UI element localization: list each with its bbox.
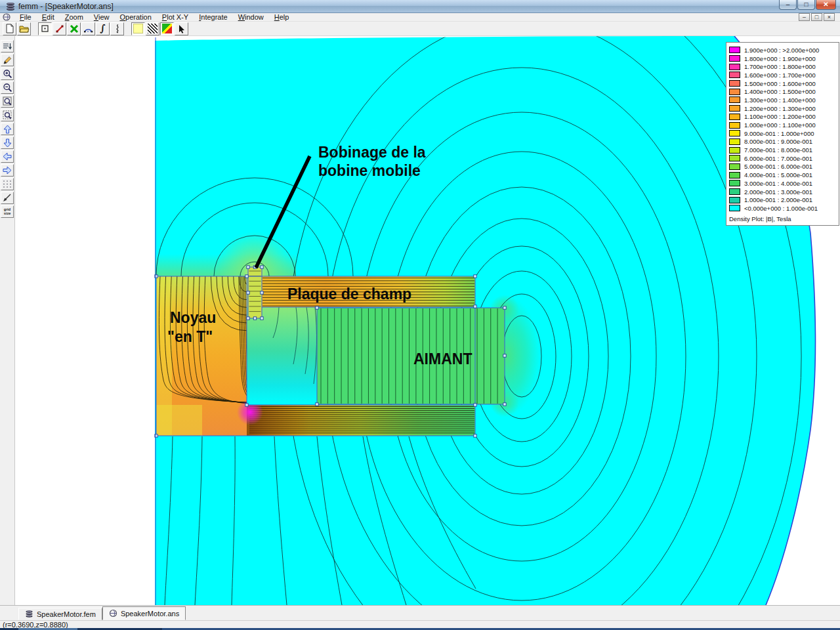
mdi-minimize-button[interactable]: – bbox=[799, 13, 810, 21]
annotation-core-2: "en T" bbox=[167, 328, 213, 345]
field-plot[interactable]: Bobinage de la bobine mobile Plaque de c… bbox=[15, 36, 840, 605]
green-cross-icon bbox=[70, 24, 79, 33]
coil-region bbox=[248, 267, 262, 318]
legend-entry: 7.000e-001 : 8.000e-001 bbox=[729, 146, 839, 154]
zoom-out-icon bbox=[3, 83, 12, 93]
grid-dots-icon bbox=[3, 180, 12, 188]
pointer-button[interactable] bbox=[175, 22, 188, 35]
left-arrow-icon bbox=[3, 152, 12, 161]
maximize-button[interactable]: □ bbox=[797, 0, 815, 10]
legend-entry: 1.000e-001 : 2.000e-001 bbox=[729, 196, 839, 204]
fem-file-icon bbox=[25, 610, 33, 618]
legend-entry: 1.000e+000 : 1.100e+000 bbox=[729, 121, 839, 129]
edit-plot-button[interactable] bbox=[1, 54, 14, 66]
legend-swatch bbox=[729, 105, 740, 112]
legend-swatch bbox=[729, 138, 740, 145]
open-folder-icon bbox=[19, 24, 30, 33]
spring-icon bbox=[5, 1, 16, 12]
pointer-arrow-icon bbox=[177, 24, 186, 33]
legend-entry: 5.000e-001 : 6.000e-001 bbox=[729, 163, 839, 171]
fan-doc-icon bbox=[2, 13, 11, 21]
menu-operation[interactable]: Operation bbox=[115, 13, 157, 22]
legend-swatch bbox=[729, 122, 740, 129]
zoom-window-icon bbox=[3, 96, 12, 106]
menu-help[interactable]: Help bbox=[269, 13, 295, 22]
grid-size-label-2: size bbox=[4, 211, 10, 215]
snap-grid-button[interactable] bbox=[1, 192, 14, 204]
close-button[interactable]: ✕ bbox=[816, 0, 836, 10]
legend-swatch bbox=[729, 55, 740, 62]
legend-swatch bbox=[729, 163, 740, 170]
menu-file[interactable]: File bbox=[14, 13, 37, 22]
legend-caption: Density Plot: |B|, Tesla bbox=[729, 215, 839, 222]
tab-speakermotor-fem[interactable]: SpeakerMotor.fem bbox=[18, 608, 102, 620]
legend-entry: 1.200e+000 : 1.300e+000 bbox=[729, 104, 839, 113]
legend-swatch bbox=[729, 205, 740, 211]
down-arrow-icon bbox=[3, 138, 12, 148]
squiggle-icon bbox=[114, 24, 121, 33]
results-apply-button[interactable] bbox=[1, 40, 14, 52]
contour-plot-button[interactable] bbox=[131, 22, 145, 35]
legend-entry: 2.000e-001 : 3.000e-001 bbox=[729, 188, 839, 196]
list-apply-icon bbox=[3, 42, 12, 51]
menu-zoom[interactable]: Zoom bbox=[60, 13, 89, 22]
pan-up-button[interactable] bbox=[1, 123, 14, 135]
legend-entry: <0.000e+000 : 1.000e-001 bbox=[729, 204, 839, 213]
pan-left-button[interactable] bbox=[1, 150, 14, 163]
up-arrow-icon bbox=[3, 125, 12, 134]
legend-swatch bbox=[729, 197, 740, 203]
tab-speakermotor-ans[interactable]: SpeakerMotor.ans bbox=[102, 606, 186, 620]
legend-swatch bbox=[729, 188, 740, 195]
menu-integrate[interactable]: Integrate bbox=[194, 13, 232, 22]
plot-canvas[interactable]: Bobinage de la bobine mobile Plaque de c… bbox=[14, 36, 840, 605]
title-bar: femm - [SpeakerMotor.ans] – □ ✕ bbox=[0, 0, 840, 13]
contour-plot-icon bbox=[133, 24, 143, 33]
zoom-out-button[interactable] bbox=[1, 81, 14, 94]
legend-entry: 6.000e-001 : 7.000e-001 bbox=[729, 154, 839, 163]
line-contour-mode-button[interactable] bbox=[52, 22, 66, 35]
point-values-mode-button[interactable] bbox=[38, 22, 52, 35]
point-tool-icon bbox=[41, 24, 49, 33]
vector-plot-button[interactable] bbox=[110, 22, 124, 35]
arc-segment-button[interactable] bbox=[81, 22, 95, 35]
mdi-restore-button[interactable]: □ bbox=[811, 13, 822, 21]
line-integral-button[interactable]: ∫ bbox=[96, 22, 110, 35]
legend-swatch bbox=[729, 72, 740, 78]
zoom-window-button[interactable] bbox=[1, 95, 14, 108]
grid-size-button[interactable]: gridsize bbox=[1, 205, 14, 218]
legend-swatch bbox=[729, 64, 740, 70]
annotation-core-1: Noyau bbox=[170, 309, 216, 326]
grid-toggle-button[interactable] bbox=[1, 178, 14, 190]
femm-app-icon[interactable] bbox=[5, 1, 16, 12]
open-file-button[interactable] bbox=[17, 22, 31, 35]
menu-edit[interactable]: Edit bbox=[37, 13, 60, 22]
menu-window[interactable]: Window bbox=[233, 13, 269, 22]
density-plot-button[interactable] bbox=[160, 22, 174, 35]
menu-view[interactable]: View bbox=[89, 13, 115, 22]
annotation-plate: Plaque de champ bbox=[287, 285, 411, 303]
menu-plot-xy[interactable]: Plot X-Y bbox=[157, 13, 194, 22]
pan-right-button[interactable] bbox=[1, 164, 14, 177]
block-select-mode-button[interactable] bbox=[67, 22, 81, 35]
femm-window: femm - [SpeakerMotor.ans] – □ ✕ File Edi… bbox=[0, 0, 840, 630]
legend-swatch bbox=[729, 114, 740, 120]
legend-swatch bbox=[729, 130, 740, 136]
legend-entry: 3.000e-001 : 4.000e-001 bbox=[729, 179, 839, 188]
pan-down-button[interactable] bbox=[1, 136, 14, 149]
mesh-plot-button[interactable] bbox=[146, 22, 159, 35]
minimize-button[interactable]: – bbox=[779, 0, 797, 10]
mdi-close-button[interactable]: × bbox=[824, 13, 835, 21]
mesh-plot-icon bbox=[148, 24, 158, 33]
solution-document-icon[interactable] bbox=[2, 13, 11, 21]
legend-swatch bbox=[729, 80, 740, 87]
tab-label: SpeakerMotor.fem bbox=[37, 610, 96, 618]
density-legend: 1.900e+000 : >2.000e+000 1.800e+000 : 1.… bbox=[726, 42, 839, 226]
legend-entry: 1.900e+000 : >2.000e+000 bbox=[729, 46, 839, 54]
zoom-extents-button[interactable] bbox=[1, 109, 14, 121]
annotation-coil-1: Bobinage de la bbox=[318, 144, 426, 161]
zoom-in-button[interactable] bbox=[1, 68, 14, 80]
new-file-button[interactable] bbox=[3, 22, 16, 35]
arc-icon bbox=[83, 24, 93, 33]
legend-swatch bbox=[729, 47, 740, 53]
new-file-icon bbox=[5, 24, 14, 33]
